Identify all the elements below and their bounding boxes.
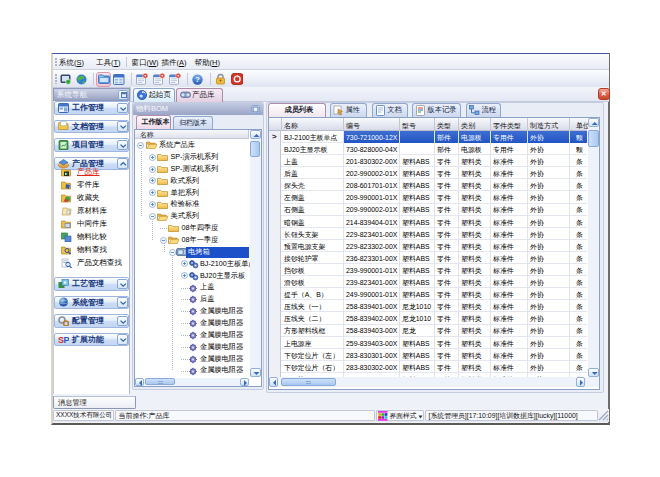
svg-text:?: ? bbox=[195, 75, 200, 84]
svg-text:P: P bbox=[64, 335, 70, 345]
